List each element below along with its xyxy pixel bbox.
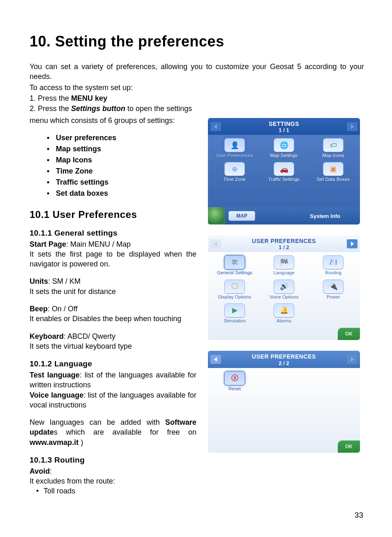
tile-label: Display Options — [218, 294, 251, 299]
tile-map-settings[interactable]: 🌐Map Settings — [261, 138, 307, 158]
tile-label: Map Icons — [322, 153, 344, 158]
tile-label: Time Zone — [224, 177, 246, 182]
beep-label: Beep — [30, 305, 48, 313]
next-arrow-icon[interactable] — [347, 122, 357, 131]
tile-label: Map Settings — [270, 153, 297, 158]
voice-language-label: Voice language — [30, 391, 83, 399]
next-arrow-icon[interactable] — [347, 355, 357, 364]
prev-arrow-icon[interactable] — [210, 122, 221, 131]
tile-map-icons[interactable]: 🏷Map Icons — [311, 138, 356, 158]
speaker-icon: 🔊 — [280, 283, 288, 290]
next-arrow-icon[interactable] — [347, 239, 357, 248]
units-desc: It sets the unit for distance — [30, 287, 196, 296]
avoid-list: Toll roads — [30, 486, 196, 496]
display-icon: 🖵 — [231, 283, 238, 290]
prev-arrow-icon[interactable] — [210, 239, 221, 248]
start-page-label: Start Page — [30, 240, 66, 248]
units-label: Units — [30, 277, 48, 285]
avoid-colon: : — [50, 467, 52, 475]
tile-power[interactable]: 🔌Power — [311, 280, 356, 299]
steps-list: 1. Press the MENU key 2. Press the Setti… — [30, 93, 364, 114]
section-heading-10-1-1: 10.1.1 General settings — [30, 228, 196, 238]
start-page-value: : Main MENU / Map — [66, 240, 131, 248]
new-lang-mid: s which are available for free on — [54, 428, 196, 436]
screenshot-user-prefs-2: USER PREFERENCES 2 / 2 ⓧReset OK — [208, 351, 360, 452]
plug-icon: 🔌 — [329, 283, 338, 290]
list-item: User preferences — [47, 132, 196, 144]
bell-icon: 🔔 — [280, 307, 288, 314]
globe-grid-icon: ⊕ — [232, 166, 238, 173]
play-icon: ▶ — [232, 307, 238, 314]
step-2-suffix-a: to open the settings — [125, 104, 192, 113]
beep-desc: It enables or Disables the beep when tou… — [30, 314, 196, 324]
tile-time-zone[interactable]: ⊕Time Zone — [212, 162, 257, 182]
screen-title: USER PREFERENCES — [208, 238, 360, 244]
list-item: Traffic settings — [47, 177, 196, 188]
map-button[interactable]: MAP — [228, 211, 255, 221]
screen-title: SETTINGS — [208, 120, 360, 127]
tile-label: User Preferences — [216, 153, 253, 158]
tile-label: Reset — [228, 386, 241, 391]
tile-label: Traffic Settings — [268, 177, 300, 182]
avoid-label: Avoid — [30, 467, 50, 475]
screenshot-user-prefs-1: USER PREFERENCES 1 / 2 🛠General Settings… — [208, 235, 360, 340]
section-heading-10-1-2: 10.1.2 Language — [30, 359, 196, 369]
tile-routing[interactable]: ⛙Routing — [311, 255, 356, 275]
tile-set-data-boxes[interactable]: ▣Set Data Boxes — [311, 162, 356, 182]
keyboard-value: : ABCD/ Qwerty — [64, 332, 115, 340]
tile-language[interactable]: 🏁Language — [261, 255, 307, 275]
tile-label: Routing — [325, 270, 341, 275]
start-page-desc: It sets the first page to be displayed w… — [30, 249, 196, 269]
reset-icon: ⓧ — [231, 375, 238, 382]
step-2-bolditalic: Settings button — [71, 104, 125, 113]
tile-general-settings[interactable]: 🛠General Settings — [212, 255, 257, 275]
screen-title: USER PREFERENCES — [208, 353, 360, 360]
ok-button[interactable]: OK — [338, 328, 360, 340]
list-item: Map settings — [47, 144, 196, 155]
step-2-line-2: menu which consists of 6 groups of setti… — [30, 116, 196, 125]
tile-label: Language — [273, 270, 294, 275]
data-box-icon: ▣ — [330, 166, 337, 173]
tile-label: Alarms — [277, 318, 291, 323]
tile-label: General Settings — [217, 270, 252, 275]
globe-corner-icon[interactable] — [208, 207, 225, 225]
tile-label: Voice Options — [270, 294, 299, 299]
tag-icon: 🏷 — [330, 142, 337, 149]
screen-pager: 1 / 2 — [208, 244, 360, 250]
tools-icon: 🛠 — [231, 259, 238, 266]
globe-icon: 🌐 — [280, 142, 288, 149]
tile-traffic-settings[interactable]: 🚗Traffic Settings — [261, 162, 307, 182]
beep-value: : On / Off — [48, 305, 78, 313]
ok-button[interactable]: OK — [338, 440, 360, 453]
list-item: Time Zone — [47, 166, 196, 177]
tile-alarms[interactable]: 🔔Alarms — [261, 303, 307, 323]
step-1-bold: MENU key — [71, 94, 107, 102]
avoid-desc: It excludes from the route: — [30, 476, 196, 486]
screen-pager: 1 / 1 — [208, 127, 360, 133]
screen-pager: 2 / 2 — [208, 360, 360, 366]
settings-groups-list: User preferences Map settings Map Icons … — [30, 132, 196, 199]
avmap-url-bold: www.avmap.it — [30, 438, 78, 447]
tile-simulation[interactable]: ▶Simulation — [212, 303, 257, 323]
intro-text: You can set a variety of preferences, al… — [30, 62, 364, 82]
tile-display-options[interactable]: 🖵Display Options — [212, 280, 257, 299]
tile-label: Simulation — [224, 318, 246, 323]
access-line: To access to the system set up: — [30, 83, 364, 93]
keyboard-label: Keyboard — [30, 332, 64, 340]
tile-voice-options[interactable]: 🔊Voice Options — [261, 280, 307, 299]
system-info-button[interactable]: System Info — [310, 213, 340, 219]
step-2-prefix: 2. Press the — [30, 104, 71, 113]
step-1-prefix: 1. Press the — [30, 94, 71, 102]
user-icon: 👤 — [231, 142, 239, 149]
new-lang-suffix: ) — [78, 438, 83, 447]
tile-label: Power — [327, 294, 340, 299]
prev-arrow-icon[interactable] — [210, 355, 221, 364]
tile-reset[interactable]: ⓧReset — [212, 371, 257, 391]
tile-user-preferences[interactable]: 👤User Preferences — [212, 138, 257, 158]
keyboard-desc: It sets the virtual keyboard type — [30, 341, 196, 351]
left-column: menu which consists of 6 groups of setti… — [30, 116, 196, 496]
test-language-label: Test language — [30, 371, 80, 379]
route-icon: ⛙ — [330, 259, 337, 266]
page-number: 33 — [355, 511, 363, 520]
list-item: Toll roads — [36, 486, 196, 496]
